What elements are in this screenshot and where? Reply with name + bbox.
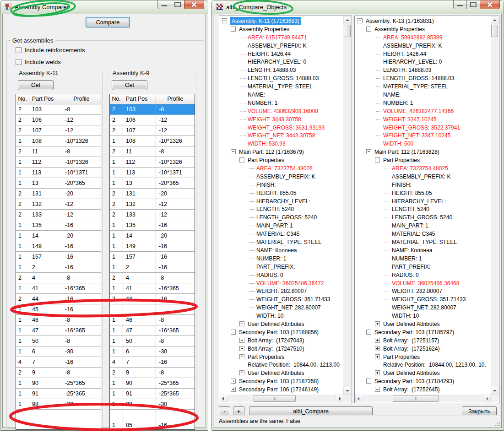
tree-node[interactable]: LENGTH_GROSS: 14888.03 bbox=[220, 74, 343, 82]
tree-node[interactable]: MATERIAL_TYPE: STEEL bbox=[220, 238, 343, 246]
tree-node[interactable]: WEIGHT_NET: 3443.30758 bbox=[220, 131, 343, 140]
tree-node[interactable]: Bolt Array: (17247510) bbox=[220, 345, 343, 353]
tree-node[interactable]: WIDTH: 500 bbox=[356, 140, 491, 148]
tree-node[interactable]: Secondary Part: 103 (17184293) bbox=[356, 377, 491, 385]
checkbox-include-welds[interactable]: Include welds bbox=[16, 58, 61, 65]
tree-node[interactable]: Secondary Part: 103 (17188856) bbox=[220, 328, 343, 336]
tree-node[interactable]: LENGTH: 5240 bbox=[356, 205, 491, 213]
table-row[interactable]: 2132-12 bbox=[110, 199, 195, 210]
close-button[interactable] bbox=[480, 0, 500, 9]
table-row[interactable]: 150-8 bbox=[16, 336, 101, 346]
tree-node[interactable]: HEIGHT: 1426.44 bbox=[356, 50, 491, 58]
tree-node[interactable]: User Defined Attributes bbox=[356, 320, 491, 328]
tree-node[interactable]: NUMBER: 1 bbox=[356, 99, 491, 107]
tree-node[interactable]: NAME: Колонна bbox=[220, 246, 343, 254]
tree-node[interactable]: HEIGHT: 855.05 bbox=[356, 189, 491, 197]
tree-node[interactable]: AREA: 61517749.94471 bbox=[220, 33, 343, 42]
tree-node[interactable]: MATERIAL_TYPE: STEEL bbox=[220, 82, 343, 91]
table-row[interactable]: 1108-10*1326 bbox=[110, 136, 195, 146]
tree-node[interactable]: WEIGHT_NET: 282.80007 bbox=[220, 303, 343, 312]
table-row[interactable]: 24-8 bbox=[110, 273, 195, 283]
tree-node[interactable]: PART_PREFIX: bbox=[220, 263, 343, 271]
table-row[interactable]: 2133-12 bbox=[16, 210, 101, 220]
tree-node[interactable]: Assembly: K-11 (17163683) bbox=[220, 17, 343, 25]
vertical-scrollbar[interactable] bbox=[491, 16, 499, 395]
tree-node[interactable]: VOLUME: 438637908.16008 bbox=[220, 107, 343, 115]
tree-node[interactable]: NAME: bbox=[220, 91, 343, 99]
tree-node[interactable]: Relative Position: -10844.00,-1213.00,-1… bbox=[356, 361, 491, 369]
close-button[interactable] bbox=[184, 0, 204, 9]
scroll-right-icon[interactable] bbox=[483, 395, 491, 402]
table-row[interactable]: 16-30 bbox=[110, 346, 195, 357]
tree-node[interactable]: Assembly Properties bbox=[356, 25, 491, 33]
expand-icon[interactable] bbox=[231, 387, 236, 392]
table-row[interactable]: 113-20*365 bbox=[110, 178, 195, 189]
tree-node[interactable]: Part Properties bbox=[220, 353, 343, 361]
tree-node[interactable]: WIDTH: 10 bbox=[356, 312, 491, 320]
tree-node[interactable]: HIERARCHY_LEVEL: bbox=[220, 197, 343, 206]
table-row[interactable]: 198-30 bbox=[110, 399, 195, 410]
collapse-icon[interactable] bbox=[366, 27, 371, 32]
table-row[interactable]: 191-25*365 bbox=[16, 389, 101, 399]
table-row[interactable]: 146-8 bbox=[110, 315, 195, 325]
tree-node[interactable]: WIDTH: 10 bbox=[220, 312, 343, 320]
collapse-icon[interactable] bbox=[366, 379, 371, 384]
tree-node[interactable]: LENGTH_GROSS: 14888.03 bbox=[356, 74, 491, 82]
scroll-right-icon[interactable] bbox=[336, 395, 343, 402]
maximize-button[interactable] bbox=[466, 0, 480, 9]
collapse-icon[interactable] bbox=[366, 149, 371, 154]
table-row[interactable]: 47-16 bbox=[110, 357, 195, 368]
collapse-icon[interactable] bbox=[231, 27, 236, 32]
tree-node[interactable]: WEIGHT: 282.80007 bbox=[356, 287, 491, 295]
collapse-icon[interactable] bbox=[231, 330, 236, 335]
table-row[interactable]: 211-8 bbox=[110, 146, 195, 157]
tree-node[interactable]: Secondary Part: 106 (17246149) bbox=[220, 385, 343, 394]
table-row[interactable]: 2133-12 bbox=[110, 210, 195, 220]
expand-icon[interactable] bbox=[239, 370, 244, 375]
table-row[interactable]: 16-30 bbox=[16, 346, 101, 357]
tree-node[interactable]: RADIUS: 0 bbox=[356, 271, 491, 279]
scroll-left-icon[interactable] bbox=[355, 395, 363, 402]
table-row[interactable]: 198-30 bbox=[16, 399, 101, 410]
column-header-part-pos[interactable]: Part Pos bbox=[29, 94, 62, 104]
table-row[interactable]: 150-8 bbox=[110, 336, 195, 346]
table-row[interactable]: 1157-16 bbox=[16, 252, 101, 262]
collapse-icon[interactable] bbox=[231, 149, 236, 154]
collapse-icon[interactable] bbox=[358, 18, 363, 23]
table-row[interactable]: 29-8 bbox=[110, 368, 195, 378]
tree-node[interactable]: User Defined Attributes bbox=[356, 369, 491, 377]
table-row[interactable]: 141-16*365 bbox=[16, 283, 101, 294]
checkbox-include-reinforcements[interactable]: Include reinforcements bbox=[16, 46, 85, 54]
table-row[interactable]: 1135-16 bbox=[16, 220, 101, 231]
tree-node[interactable]: WEIGHT: 3347.10245 bbox=[356, 115, 491, 124]
tree-node[interactable]: VOLUME: 36025486.36472 bbox=[220, 279, 343, 287]
column-header-no-[interactable]: No. bbox=[110, 94, 123, 104]
table-row[interactable]: 2131-20 bbox=[110, 189, 195, 199]
table-row[interactable]: 2106-12 bbox=[16, 115, 101, 125]
collapse-icon[interactable] bbox=[222, 18, 227, 23]
title-bar[interactable]: albl_Compare_Objects bbox=[212, 0, 504, 14]
tree-node[interactable]: MAIN_PART: 1 bbox=[356, 222, 491, 230]
scroll-left-icon[interactable] bbox=[220, 395, 228, 402]
tree-node[interactable]: User Defined Attributes bbox=[220, 320, 343, 328]
checkbox-box[interactable] bbox=[16, 59, 22, 65]
table-row[interactable]: 244-16 bbox=[110, 294, 195, 304]
expand-icon[interactable] bbox=[231, 379, 236, 384]
tree-node[interactable]: Main Part: 112 (17163679) bbox=[220, 148, 343, 156]
tree-node[interactable]: WEIGHT_NET: 282.80007 bbox=[356, 303, 491, 312]
tree-node[interactable]: Bolt Array: (17247043) bbox=[220, 336, 343, 345]
tree-node[interactable]: Bolt Array: (17252645) bbox=[356, 385, 491, 394]
column-header-profile[interactable]: Profile bbox=[156, 94, 195, 104]
table-row[interactable]: 2131-20 bbox=[16, 189, 101, 199]
tree-node[interactable]: ASSEMBLY_PREFIX: K bbox=[356, 42, 491, 50]
tree-node[interactable]: Part Properties bbox=[356, 353, 491, 361]
scrollbar-thumb[interactable] bbox=[254, 395, 296, 402]
tree-node[interactable]: WEIGHT_GROSS: 351.71433 bbox=[356, 295, 491, 303]
tree-node[interactable]: NUMBER: 1 bbox=[220, 254, 343, 263]
table-row[interactable]: 1113-10*1371 bbox=[110, 168, 195, 178]
collapse-icon[interactable] bbox=[375, 387, 380, 392]
scrollbar-thumb[interactable] bbox=[393, 395, 439, 402]
table-row[interactable]: 190-25*365 bbox=[110, 378, 195, 389]
table-row[interactable]: 1112-10*1326 bbox=[16, 157, 101, 168]
tree-node[interactable]: HEIGHT: 1426.44 bbox=[220, 50, 343, 58]
